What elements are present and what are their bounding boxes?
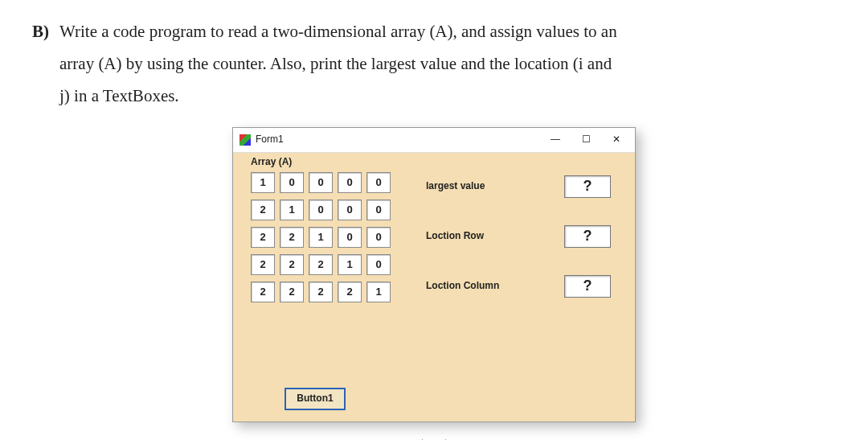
cell[interactable]: 0	[338, 172, 362, 193]
largest-value-label: largest value	[426, 180, 485, 191]
question-label: B)	[32, 16, 59, 48]
groupbox-label: Array (A)	[251, 156, 391, 167]
cell[interactable]: 2	[309, 254, 333, 275]
location-row-field[interactable]: ?	[564, 225, 611, 248]
cell[interactable]: 2	[280, 282, 304, 302]
array-groupbox: Array (A) 1 0 0 0 0 2 1 0 0 0 2	[251, 156, 391, 309]
cell[interactable]: 2	[251, 227, 275, 248]
cell[interactable]: 0	[280, 172, 304, 193]
cell[interactable]: 0	[366, 254, 391, 275]
cell[interactable]: 1	[338, 254, 362, 275]
table-row: 1 0 0 0 0	[251, 172, 391, 193]
location-row-row: Loction Row ?	[426, 225, 611, 248]
question-text: B) Write a code program to read a two-di…	[32, 16, 836, 113]
app-icon	[240, 134, 251, 146]
array-grid: 1 0 0 0 0 2 1 0 0 0 2 2 1 0	[251, 172, 391, 302]
cell[interactable]: 2	[251, 254, 275, 275]
close-button[interactable]: ✕	[601, 130, 632, 150]
cell[interactable]: 2	[309, 282, 333, 302]
question-line-3: j) in a TextBoxes.	[32, 80, 836, 113]
table-row: 2 1 0 0 0	[251, 199, 391, 220]
form-body: Array (A) 1 0 0 0 0 2 1 0 0 0 2	[233, 153, 635, 421]
table-row: 2 2 2 1 0	[251, 254, 391, 275]
titlebar: Form1 — ☐ ✕	[233, 128, 635, 153]
question-line-2: array (A) by using the counter. Also, pr…	[32, 48, 836, 80]
cell[interactable]: 0	[338, 199, 362, 220]
location-column-label: Loction Column	[426, 280, 499, 291]
location-column-field[interactable]: ?	[564, 275, 611, 298]
largest-value-row: largest value ?	[426, 175, 611, 198]
maximize-button[interactable]: ☐	[571, 130, 601, 150]
location-column-row: Loction Column ?	[426, 275, 611, 298]
cell[interactable]: 0	[366, 199, 391, 220]
cell[interactable]: 0	[366, 227, 391, 248]
location-row-label: Loction Row	[426, 230, 484, 241]
cell[interactable]: 1	[366, 282, 391, 302]
largest-value-field[interactable]: ?	[564, 175, 611, 198]
table-row: 2 2 2 2 1	[251, 282, 391, 302]
button1[interactable]: Button1	[285, 388, 346, 410]
cell[interactable]: 0	[309, 172, 333, 193]
cell[interactable]: 2	[280, 254, 304, 275]
cell[interactable]: 2	[251, 282, 275, 302]
results-panel: largest value ? Loction Row ? Loction Co…	[426, 175, 611, 325]
cell[interactable]: 2	[280, 227, 304, 248]
figure-caption: (1-2)	[32, 430, 836, 440]
form-window: Form1 — ☐ ✕ Array (A) 1 0 0 0 0 2 1 0 0	[232, 127, 636, 422]
cell[interactable]: 1	[309, 227, 333, 248]
cell[interactable]: 1	[280, 199, 304, 220]
cell[interactable]: 2	[338, 282, 362, 302]
cell[interactable]: 1	[251, 172, 275, 193]
cell[interactable]: 0	[309, 199, 333, 220]
cell[interactable]: 0	[338, 227, 362, 248]
question-line-1: Write a code program to read a two-dimen…	[59, 16, 617, 48]
minimize-button[interactable]: —	[540, 130, 571, 150]
window-title: Form1	[256, 134, 540, 145]
cell[interactable]: 2	[251, 199, 275, 220]
table-row: 2 2 1 0 0	[251, 227, 391, 248]
cell[interactable]: 0	[366, 172, 391, 193]
